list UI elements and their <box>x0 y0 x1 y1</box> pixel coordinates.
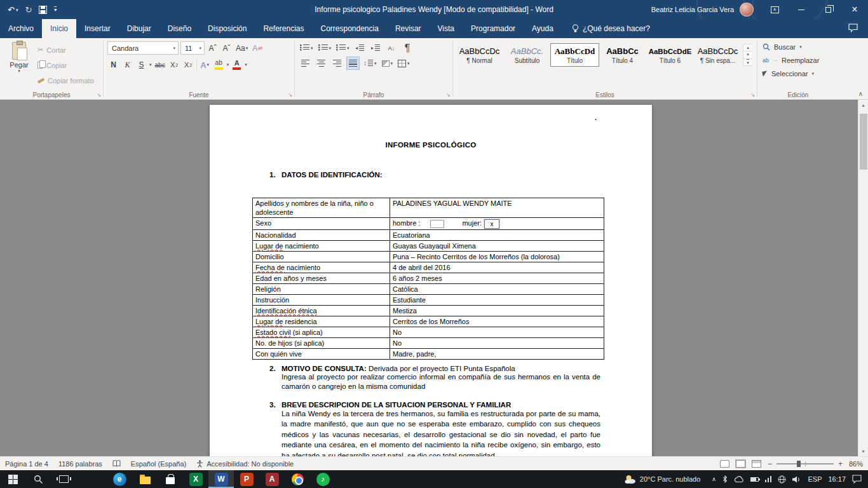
minimize-button[interactable] <box>788 0 815 19</box>
shrink-font-button[interactable]: Aˇ <box>220 41 233 55</box>
multilevel-list-button[interactable]: ▾ <box>335 41 351 55</box>
taskbar-access[interactable]: A <box>259 470 285 488</box>
language-indicator[interactable]: Español (España) <box>131 460 186 468</box>
style-titulo[interactable]: AaBbCcDd Título <box>551 44 599 66</box>
bold-button[interactable]: N <box>107 58 119 72</box>
zoom-slider[interactable] <box>776 463 834 464</box>
select-button[interactable]: Seleccionar▾ <box>760 67 836 80</box>
tab-ayuda[interactable]: Ayuda <box>524 19 562 38</box>
style-subtitulo[interactable]: AaBbCc. Subtítulo <box>503 44 551 66</box>
zoom-level[interactable]: 86% <box>849 460 863 468</box>
clock[interactable]: 16:17 <box>828 475 846 483</box>
font-color-dropdown-icon[interactable]: ▾ <box>245 62 247 67</box>
ribbon-display-options-button[interactable]: ∧ <box>761 0 788 19</box>
taskbar-search-button[interactable] <box>25 470 51 488</box>
find-button[interactable]: Buscar▾ <box>760 40 836 53</box>
tab-programador[interactable]: Programador <box>463 19 524 38</box>
paragraph-dialog-launcher[interactable]: ↘ <box>446 92 451 98</box>
taskbar-powerpoint[interactable]: P <box>234 470 259 488</box>
page-indicator[interactable]: Página 1 de 4 <box>5 460 48 468</box>
change-case-button[interactable]: Aa▾ <box>234 41 249 55</box>
bluetooth-icon[interactable] <box>722 475 728 483</box>
taskbar-spotify[interactable]: ♪ <box>310 470 336 488</box>
underline-dropdown-icon[interactable]: ▾ <box>149 62 152 67</box>
tab-vista[interactable]: Vista <box>430 19 463 38</box>
taskbar-word-active[interactable]: W <box>208 470 234 488</box>
align-right-button[interactable] <box>330 57 344 70</box>
account-avatar[interactable] <box>740 3 754 17</box>
word-count[interactable]: 1186 palabras <box>58 460 102 468</box>
font-size-combo[interactable]: 11▾ <box>180 41 205 55</box>
read-mode-button[interactable] <box>720 460 729 468</box>
style-normal[interactable]: AaBbCcDc ¶ Normal <box>456 44 503 66</box>
paste-button[interactable]: Pegar ▾ <box>3 40 36 89</box>
taskbar-edge[interactable]: e <box>107 470 132 488</box>
highlight-dropdown-icon[interactable]: ▾ <box>227 62 229 67</box>
account-name[interactable]: Beatriz Leticia Garcia Vera <box>651 6 734 13</box>
tab-insertar[interactable]: Insertar <box>76 19 119 38</box>
numbering-button[interactable]: ▾ <box>317 41 333 55</box>
taskbar-store[interactable] <box>158 470 183 488</box>
restore-button[interactable] <box>815 0 841 19</box>
zoom-slider-thumb[interactable] <box>797 461 801 467</box>
zoom-out-button[interactable]: − <box>768 459 772 468</box>
italic-button[interactable]: K <box>121 58 133 72</box>
subscript-button[interactable]: X2 <box>168 58 180 72</box>
weather-widget[interactable]: 20°C Parc. nublado <box>620 475 706 484</box>
hidden-icons-chevron[interactable]: ∧ <box>712 476 716 482</box>
style-titulo-4[interactable]: AaBbCc Título 4 <box>599 44 646 66</box>
underline-button[interactable]: S <box>135 58 147 72</box>
clear-formatting-button[interactable]: A <box>251 41 264 55</box>
collapse-ribbon-button[interactable]: ∧ <box>858 90 863 97</box>
shading-button[interactable]: ▾ <box>381 57 395 70</box>
tab-referencias[interactable]: Referencias <box>255 19 312 38</box>
battery-icon[interactable] <box>750 477 759 482</box>
decrease-indent-button[interactable]: ◂ <box>353 41 367 55</box>
scroll-up-arrow[interactable]: ▴ <box>858 100 868 110</box>
start-button[interactable] <box>0 470 25 488</box>
grow-font-button[interactable]: Aˆ <box>207 41 219 55</box>
tab-inicio[interactable]: Inicio <box>42 19 76 38</box>
taskbar-chrome[interactable] <box>285 470 310 488</box>
bullets-button[interactable]: ▾ <box>299 41 315 55</box>
style-sin-espaciado[interactable]: AaBbCcDc ¶ Sin espa... <box>694 44 742 66</box>
styles-dialog-launcher[interactable]: ↘ <box>750 92 755 98</box>
align-left-button[interactable] <box>299 57 312 70</box>
cut-button[interactable]: ✂Cortar <box>36 43 96 57</box>
justify-button[interactable] <box>346 57 360 70</box>
customize-qat-button[interactable]: ▾ <box>54 6 57 13</box>
sort-button[interactable]: A↓ <box>385 41 398 55</box>
styles-scroll-down[interactable]: ▾ <box>743 51 752 58</box>
clipboard-dialog-launcher[interactable]: ↘ <box>97 92 101 98</box>
replace-button[interactable]: ab→ Reemplazar <box>760 53 836 67</box>
globe-network-icon[interactable] <box>778 475 786 484</box>
action-center-icon[interactable] <box>852 475 864 484</box>
tab-archivo[interactable]: Archivo <box>0 19 42 38</box>
scrollbar-thumb[interactable] <box>860 114 867 170</box>
styles-scroll-up[interactable]: ▴ <box>743 44 752 51</box>
font-color-button[interactable]: A <box>231 58 243 72</box>
tab-disposicion[interactable]: Disposición <box>200 19 255 38</box>
scroll-down-arrow[interactable]: ▾ <box>858 446 868 456</box>
taskbar-file-explorer[interactable] <box>132 470 158 488</box>
mujer-checkbox[interactable]: x <box>484 219 499 229</box>
save-button[interactable] <box>39 6 47 14</box>
document-page[interactable]: . INFORME PSICOLÓGICO 1. DATOS DE IDENTI… <box>210 105 652 456</box>
styles-more-button[interactable]: ▾ <box>743 59 752 65</box>
borders-button[interactable]: ▾ <box>397 57 411 70</box>
paste-dropdown-icon[interactable]: ▾ <box>18 69 20 74</box>
align-center-button[interactable] <box>315 57 328 70</box>
undo-button[interactable]: ↶▾ <box>8 6 18 14</box>
vertical-scrollbar[interactable]: ▴ ▾ <box>858 100 868 456</box>
tab-revisar[interactable]: Revisar <box>387 19 430 38</box>
print-layout-button[interactable] <box>736 460 745 468</box>
zoom-in-button[interactable]: + <box>838 459 843 468</box>
tab-correspondencia[interactable]: Correspondencia <box>312 19 386 38</box>
tab-dibujar[interactable]: Dibujar <box>119 19 159 38</box>
text-effects-button[interactable]: A▾ <box>199 58 211 72</box>
speaker-icon[interactable] <box>792 476 801 483</box>
show-marks-button[interactable]: ¶ <box>401 41 414 55</box>
feedback-comment-icon[interactable] <box>848 24 858 34</box>
dropdown-icon[interactable]: ▾ <box>195 46 201 51</box>
tell-me-search[interactable]: ¿Qué desea hacer? <box>572 19 650 38</box>
